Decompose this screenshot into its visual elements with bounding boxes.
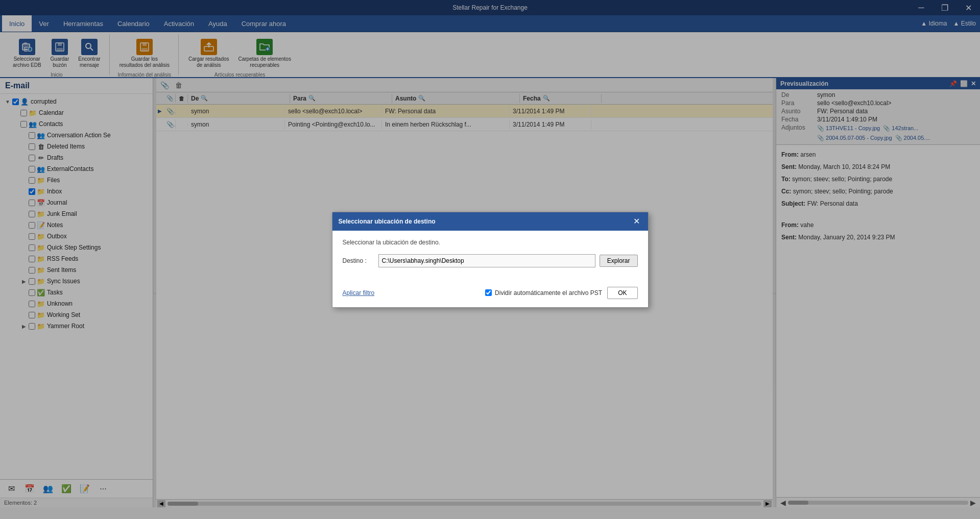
modal-title-text: Seleccionar ubicación de destino	[339, 218, 436, 225]
modal-close-button[interactable]: ✕	[632, 216, 642, 227]
modal-select-destination: Seleccionar ubicación de destino ✕ Selec…	[332, 212, 649, 308]
modal-filter-link[interactable]: Aplicar filtro	[343, 289, 375, 296]
modal-right: Dividir automáticamente el archivo PST O…	[485, 287, 637, 299]
modal-destino-label: Destino :	[343, 257, 378, 264]
modal-overlay: Seleccionar ubicación de destino ✕ Selec…	[0, 0, 980, 519]
modal-footer: Aplicar filtro Dividir automáticamente e…	[332, 283, 648, 307]
modal-ok-button[interactable]: OK	[607, 287, 637, 299]
modal-checkbox-row: Dividir automáticamente el archivo PST	[485, 289, 602, 296]
modal-body: Seleccionar la ubicación de destino. Des…	[332, 231, 648, 283]
modal-browse-button[interactable]: Explorar	[600, 255, 638, 267]
modal-subtitle: Seleccionar la ubicación de destino.	[343, 239, 638, 246]
modal-split-checkbox[interactable]	[485, 289, 492, 296]
modal-checkbox-label: Dividir automáticamente el archivo PST	[495, 289, 602, 296]
modal-destino-input[interactable]	[378, 254, 595, 267]
modal-title: Seleccionar ubicación de destino ✕	[332, 212, 648, 231]
modal-destino-row: Destino : Explorar	[343, 254, 638, 267]
